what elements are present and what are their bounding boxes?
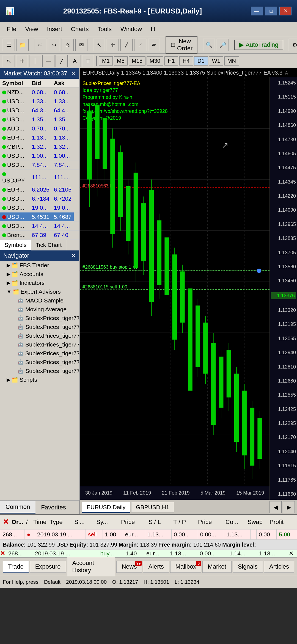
close-button[interactable]: ✕	[279, 7, 292, 15]
tf-h4[interactable]: H4	[179, 56, 193, 66]
nav-item-indicators[interactable]: ▶ 🗂️Indicators	[0, 279, 79, 287]
toolbar-cursor2[interactable]: ↖	[3, 55, 15, 67]
nav-item-suplexprices_tiger777[interactable]: 🤖SuplexPrices_tiger777	[0, 323, 79, 331]
tf-d1[interactable]: D1	[194, 56, 208, 66]
toolbar-print-btn[interactable]: 🖨	[62, 39, 74, 51]
toolbar-cursor-btn[interactable]: ↖	[93, 39, 105, 51]
toolbar-fwd-btn[interactable]: ↪	[48, 39, 60, 51]
free-margin-label: Free margin:	[158, 542, 193, 548]
toolbar-trendline[interactable]: ╱	[56, 55, 68, 67]
tf-m1[interactable]: M1	[99, 56, 113, 66]
nav-item-expert-advisors[interactable]: ▼ 🗂️Expert Advisors	[0, 287, 79, 296]
market-watch-row[interactable]: USD... 1.35... 1.35...	[0, 115, 79, 124]
toolbar-cross-btn[interactable]: ✛	[107, 39, 119, 51]
nav-item-fbs-trader[interactable]: ▶ 🗂️FBS Trader	[0, 261, 79, 270]
toolbar-period-a[interactable]: A	[69, 55, 81, 67]
toolbar-settings-btn[interactable]: ⚙	[289, 39, 297, 51]
maximize-button[interactable]: □	[265, 7, 277, 15]
tf-h1[interactable]: H1	[164, 56, 178, 66]
market-watch-row[interactable]: AUD... 0.70... 0.70...	[0, 124, 79, 133]
market-watch-row[interactable]: USD... 7.84... 7.84...	[0, 160, 79, 170]
nav-item-scripts[interactable]: ▶ 🗂️Scripts	[0, 375, 79, 384]
nav-item-macd-sample[interactable]: 🤖MACD Sample	[0, 296, 79, 305]
market-watch-row[interactable]: USD... 64.3... 64.4...	[0, 106, 79, 115]
toolbar-diag-btn[interactable]: ⟋	[134, 39, 146, 51]
market-watch-row[interactable]: EUR... 1.13... 1.13...	[0, 133, 79, 142]
nav-item-suplexprices_tiger777[interactable]: 🤖SuplexPrices_tiger777	[0, 340, 79, 349]
pending-order-close[interactable]: ✕	[0, 550, 5, 557]
market-watch-row[interactable]: USD... 1.33... 1.33...	[0, 97, 79, 106]
tf-m5[interactable]: M5	[114, 56, 128, 66]
market-watch-close[interactable]: ✕	[71, 70, 76, 77]
nav-item-suplexprices_tiger777[interactable]: 🤖SuplexPrices_tiger777	[0, 314, 79, 323]
svg-rect-41	[196, 305, 200, 367]
tab-signals[interactable]: Signals	[233, 561, 263, 573]
nav-item-suplexprices_tiger777[interactable]: 🤖SuplexPrices_tiger777	[0, 367, 79, 375]
menu-charts[interactable]: Charts	[67, 24, 93, 34]
toolbar-line-btn[interactable]: ╱	[120, 39, 133, 51]
toolbar-hline[interactable]: —	[42, 55, 54, 67]
navigator-close[interactable]: ✕	[71, 252, 76, 259]
svg-rect-49	[227, 350, 231, 397]
new-order-button[interactable]: ⊞ New Order	[166, 36, 197, 54]
toolbar-open-btn[interactable]: 📁	[16, 39, 29, 51]
menu-file[interactable]: File	[3, 24, 20, 34]
chart-tab-gbpusd[interactable]: GBPUSD,H1	[131, 502, 174, 512]
tab-favorites[interactable]: Favorites	[35, 502, 71, 513]
tf-m30[interactable]: M30	[147, 56, 163, 66]
minimize-button[interactable]: —	[251, 7, 263, 15]
toolbar-draw-btn[interactable]: ✏	[148, 39, 160, 51]
tab-articles[interactable]: Articles	[264, 561, 294, 573]
toolbar-new-btn[interactable]: ☰	[3, 39, 15, 51]
tab-alerts[interactable]: Alerts	[143, 561, 169, 573]
toolbar-arrow-btn[interactable]: ↩	[34, 39, 46, 51]
menu-view[interactable]: View	[21, 24, 42, 34]
tab-exposure[interactable]: Exposure	[30, 561, 66, 573]
market-watch-row[interactable]: USD... 1.00... 1.00...	[0, 151, 79, 160]
nav-item-accounts[interactable]: ▶ 🗂️Accounts	[0, 270, 79, 279]
tf-w1[interactable]: W1	[209, 56, 223, 66]
tab-account-history[interactable]: Account History	[67, 557, 116, 576]
nav-item-suplexprices_tiger777[interactable]: 🤖SuplexPrices_tiger777	[0, 349, 79, 358]
market-watch-row[interactable]: USDJPY 111.... 111....	[0, 170, 79, 185]
tab-mailbox[interactable]: Mailbox 6	[170, 561, 202, 573]
toolbar-email-btn[interactable]: ✉	[75, 39, 87, 51]
menu-window[interactable]: Window	[117, 24, 146, 34]
market-watch-row[interactable]: NZD... 0.68... 0.68...	[0, 88, 79, 97]
chart-canvas[interactable]: SuplexPrices_tiger777-EA Idea by tiger77…	[80, 77, 297, 500]
tab-market[interactable]: Market	[202, 561, 231, 573]
tab-news[interactable]: News 99	[116, 561, 142, 573]
nav-item-moving-average[interactable]: 🤖Moving Average	[0, 305, 79, 314]
chart-tab-eurusd[interactable]: EURUSD,Daily	[82, 502, 130, 513]
chart-tab-scroll-left[interactable]: ◀	[270, 501, 282, 513]
nav-item-suplexprices_tiger777[interactable]: 🤖SuplexPrices_tiger777	[0, 331, 79, 340]
toolbar-zoom-in[interactable]: 🔍	[203, 39, 215, 51]
market-watch-row[interactable]: GBP... 1.32... 1.32...	[0, 142, 79, 151]
tf-m15[interactable]: M15	[129, 56, 145, 66]
autotrading-button[interactable]: ▶ AutoTrading	[234, 40, 283, 50]
market-watch-row[interactable]: USD... 14.4... 14.4...	[0, 222, 79, 231]
chart-tab-scroll-right[interactable]: ▶	[283, 501, 295, 513]
toolbar-cross2[interactable]: ✛	[16, 55, 28, 67]
tab-common[interactable]: Common	[0, 501, 35, 514]
tab-symbols[interactable]: Symbols	[0, 240, 31, 250]
market-watch-row[interactable]: Brent... 67.39 67.40	[0, 231, 79, 240]
market-watch-row[interactable]: USD... 6.7184 6.7202	[0, 194, 79, 203]
tf-mn[interactable]: MN	[224, 56, 239, 66]
market-watch-row[interactable]: USD... 5.4531 5.4687	[0, 212, 79, 222]
trade-panel-close[interactable]: ✕	[3, 518, 9, 526]
menu-tools[interactable]: Tools	[94, 24, 116, 34]
toolbar-period-t[interactable]: T	[82, 55, 94, 67]
market-watch-row[interactable]: USD... 19.0... 19.0...	[0, 203, 79, 212]
ask-cell: 19.0...	[52, 203, 74, 212]
grid-icon: ⊞	[170, 41, 175, 48]
menu-insert[interactable]: Insert	[43, 24, 66, 34]
toolbar-zoom-out[interactable]: 🔎	[217, 39, 229, 51]
tab-trade[interactable]: Trade	[3, 561, 29, 573]
market-watch-row[interactable]: EUR... 6.2025 6.2105	[0, 185, 79, 194]
nav-item-suplexprices_tiger777[interactable]: 🤖SuplexPrices_tiger777	[0, 358, 79, 367]
toolbar-vline[interactable]: │	[29, 55, 41, 67]
menu-help[interactable]: H	[147, 24, 159, 34]
tab-tick-chart[interactable]: Tick Chart	[31, 240, 67, 250]
col-scroll[interactable]	[74, 79, 79, 88]
